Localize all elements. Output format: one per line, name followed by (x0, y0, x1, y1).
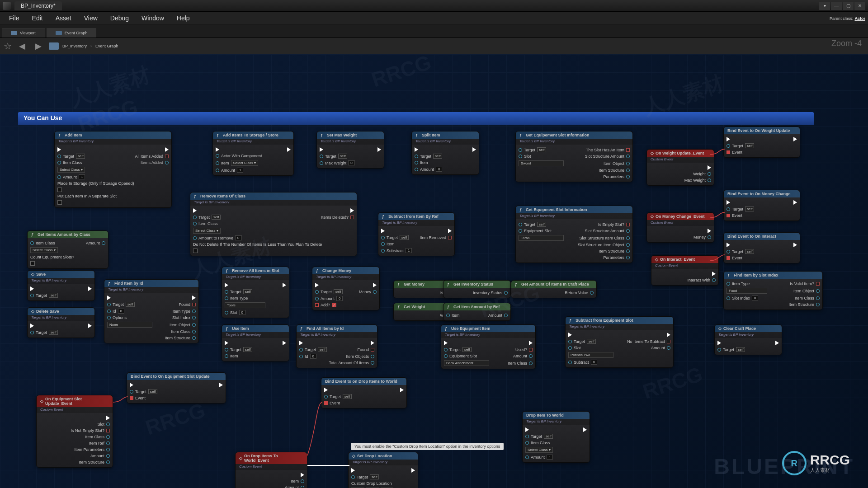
node-get-equipment-slot-info-1[interactable]: ƒGet Equipement Slot Information Target … (515, 131, 633, 182)
brand-ring-icon: R (782, 451, 807, 475)
parent-class-link[interactable]: Actor (854, 16, 865, 21)
node-save[interactable]: ◇Save Target is BP Inventory Target self (27, 270, 95, 301)
node-drop-item-to-world[interactable]: Drop Item To World Target is BP Inventor… (522, 411, 590, 463)
breadcrumb-leaf[interactable]: Event Graph (95, 44, 118, 48)
node-bind-interact[interactable]: Bind Event to On Interact Target self Ev… (723, 232, 800, 263)
node-set-drop-location[interactable]: ◇Set Drop Location Target is BP Inventor… (348, 452, 418, 488)
window-buttons: ▾ — ▢ ✕ (819, 2, 865, 10)
node-find-all-items-by-id[interactable]: ƒFind All Items by Id Target is BP Inven… (296, 324, 377, 368)
graph-canvas[interactable]: You Can Use ƒAdd Item Target is BP Inven… (0, 54, 868, 488)
menu-debug[interactable]: Debug (104, 12, 135, 24)
node-get-amount-craft[interactable]: ƒGet Amount Of Items In Craft Place Retu… (511, 280, 597, 298)
tab-viewport[interactable]: Viewport (2, 28, 45, 38)
node-bind-drop-items-to-world[interactable]: Bind Event to on Drop Items to World Tar… (321, 377, 407, 408)
node-get-equipment-slot-info-2[interactable]: ƒGet Equipment Slot Information Target i… (515, 206, 633, 263)
node-bind-weight-update[interactable]: Bind Event to On Weight Update Target se… (723, 127, 800, 158)
ue-logo-icon (3, 2, 11, 10)
node-find-item-by-slot-index[interactable]: ƒFind Item by Slot Index Item TypeIs Val… (723, 271, 823, 310)
tab-event-graph[interactable]: Event Graph (47, 28, 97, 38)
node-on-equipment-slot-update-event[interactable]: ◇On Equipment Slot Update_Event Custom E… (36, 395, 113, 468)
viewport-icon (11, 31, 17, 35)
menu-bar: File Edit Asset View Debug Window Help P… (0, 12, 868, 24)
node-use-item[interactable]: ƒUse Item Target is BP Inventory Target … (222, 324, 289, 361)
node-get-item-amount-by-ref[interactable]: ƒGet Item Amount by Ref ItemAmount (443, 303, 511, 321)
nav-back-button[interactable]: ◀ (16, 41, 28, 51)
node-on-interact-event[interactable]: ◇On Interact_Event Custom Event Interact… (651, 255, 719, 286)
graph-icon (56, 31, 62, 35)
node-get-inventory-status[interactable]: ƒGet Inventory Status Inventory Status (443, 280, 511, 298)
maximize-button[interactable]: ▢ (843, 2, 854, 10)
node-clear-craft-place[interactable]: ◇Clear Craft Place Target is BP Inventor… (714, 324, 782, 355)
node-on-weight-update-event[interactable]: ◇On Weight Update_Event Custom Event Wei… (646, 149, 714, 186)
node-bind-equipment-slot-update[interactable]: Bind Event to On Equipment Slot Update T… (127, 372, 226, 404)
exec-out-pin[interactable] (165, 147, 169, 152)
nav-forward-button[interactable]: ▶ (33, 41, 44, 51)
zoom-indicator: Zoom -4 (831, 39, 862, 48)
node-set-max-weight[interactable]: ƒSet Max Weight Target is BP Inventory T… (316, 131, 384, 169)
node-remove-items-of-class[interactable]: ƒRemove Items Of Class Target is BP Inve… (190, 192, 357, 256)
node-subtract-from-equipment-slot[interactable]: ƒSubtract from Equipment Slot Target is … (565, 316, 674, 368)
node-change-money[interactable]: ƒChange Money Target is BP Inventory Tar… (312, 267, 380, 310)
dropdown-icon[interactable]: ▾ (819, 2, 830, 10)
node-subtract-from-item-by-ref[interactable]: ƒSubtract from Item By Ref Target is BP … (378, 212, 455, 256)
favorite-icon[interactable]: ☆ (4, 41, 12, 52)
node-on-drop-items-to-world-event[interactable]: ◇On Drop Items To World_Event Custom Eve… (235, 452, 307, 488)
blueprint-icon (49, 42, 59, 50)
menu-file[interactable]: File (3, 12, 26, 24)
menu-help[interactable]: Help (170, 12, 196, 24)
node-get-items-amount-by-class[interactable]: ƒGet Items Amount by Class Item ClassAmo… (27, 230, 108, 269)
menu-asset[interactable]: Asset (49, 12, 78, 24)
sub-tab-bar: Viewport Event Graph (0, 24, 868, 38)
breadcrumb: BP_Inventory › Event Graph (49, 42, 118, 50)
chevron-right-icon: › (90, 44, 92, 48)
parent-class-label: Parent class: Actor (830, 15, 865, 21)
node-bind-money-change[interactable]: Bind Event to On Money Change Target sel… (723, 190, 800, 221)
node-on-money-change-event[interactable]: ◇On Money Change_Event Custom Event Mone… (646, 212, 714, 243)
breadcrumb-bar: ☆ ◀ ▶ BP_Inventory › Event Graph (0, 38, 868, 54)
menu-window[interactable]: Window (135, 12, 170, 24)
node-find-item-by-id[interactable]: ƒFind Item by Id Target is BP Inventory … (104, 279, 199, 343)
node-add-item[interactable]: ƒAdd Item Target is BP Inventory Target … (54, 131, 172, 208)
node-remove-all-items-in-slot[interactable]: ƒRemove All Items in Slot Target is BP I… (222, 267, 289, 318)
node-add-items-storage[interactable]: ƒAdd Items To Storage / Store Target is … (212, 131, 294, 176)
hint-tooltip: You must enable the "Custom Drop Item Lo… (351, 443, 504, 450)
menu-edit[interactable]: Edit (26, 12, 49, 24)
exec-in-pin[interactable] (57, 147, 61, 152)
title-bar: BP_Inventory* ▾ — ▢ ✕ (0, 0, 868, 12)
breadcrumb-root[interactable]: BP_Inventory (62, 44, 87, 48)
node-split-item[interactable]: ƒSplit Item Target is BP Inventory Targe… (411, 131, 479, 175)
node-delete-save[interactable]: ◇Delete Save Target is BP Inventory Targ… (27, 307, 95, 338)
node-subtitle: Target is BP Inventory (55, 139, 171, 145)
function-icon: ƒ (58, 133, 63, 137)
comment-box[interactable]: You Can Use (18, 112, 814, 125)
menu-view[interactable]: View (78, 12, 104, 24)
minimize-button[interactable]: — (831, 2, 842, 10)
brand-logo: R RRCG人人素材 (782, 451, 850, 475)
node-use-equipment-item[interactable]: ƒUse Equipment Item Target is BP Invento… (441, 324, 536, 369)
close-button[interactable]: ✕ (854, 2, 865, 10)
title-tab[interactable]: BP_Inventory* (14, 1, 62, 10)
